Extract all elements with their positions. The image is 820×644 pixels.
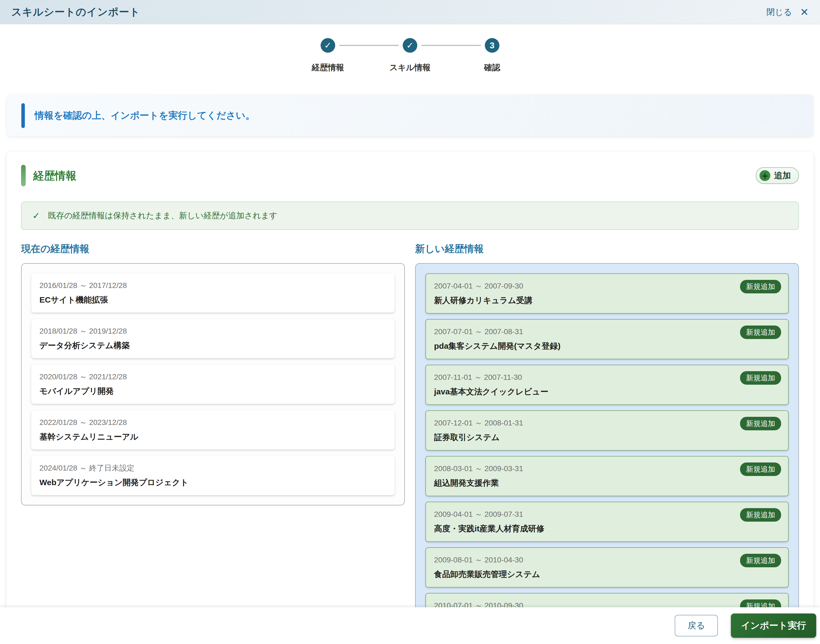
header-actions: 閉じる ✕ (766, 6, 809, 18)
step-state-icon: 3 (485, 38, 500, 53)
history-period: 2020/01/28 ～ 2021/12/28 (40, 372, 386, 382)
history-title: ECサイト機能拡張 (40, 294, 386, 305)
history-period: 2007-07-01 ～ 2007-08-31 (434, 327, 780, 337)
history-card: 2016/01/28 ～ 2017/12/28 ECサイト機能拡張 (31, 273, 395, 313)
new-career-heading: 新しい経歴情報 (415, 242, 799, 256)
page-title: スキルシートのインポート (11, 5, 140, 19)
info-banner-text: 情報を確認の上、インポートを実行してください。 (35, 109, 255, 122)
career-section-header: 経歴情報 ＋ 追加 (21, 165, 799, 186)
current-career-column: 現在の経歴情報 2016/01/28 ～ 2017/12/28 ECサイト機能拡… (21, 242, 405, 644)
history-title: 基幹システムリニューアル (40, 431, 386, 443)
step-state-icon: ✓ (320, 38, 335, 53)
history-period: 2016/01/28 ～ 2017/12/28 (40, 281, 386, 291)
new-badge: 新規追加 (740, 371, 781, 385)
career-confirm-card: 経歴情報 ＋ 追加 ✓ 既存の経歴情報は保持されたまま、新しい経歴が追加されます… (7, 152, 813, 644)
history-title: 高度・実践it産業人材育成研修 (434, 523, 780, 534)
history-period: 2007-04-01 ～ 2007-09-30 (434, 281, 780, 291)
history-period: 2008-03-01 ～ 2009-03-31 (434, 463, 780, 474)
new-badge: 新規追加 (740, 280, 781, 293)
new-history-card: 新規追加 2009-04-01 ～ 2009-07-31 高度・実践it産業人材… (425, 501, 789, 542)
history-title: 証券取引システム (434, 432, 780, 443)
info-banner: 情報を確認の上、インポートを実行してください。 (7, 95, 813, 136)
history-title: 組込開発支援作業 (434, 478, 780, 489)
current-career-list: 2016/01/28 ～ 2017/12/28 ECサイト機能拡張 2018/0… (21, 263, 405, 505)
plus-icon: ＋ (760, 170, 770, 181)
history-period: 2018/01/28 ～ 2019/12/28 (40, 326, 386, 336)
step-state-icon: ✓ (403, 38, 417, 53)
stepper-step: 3 確認 (451, 38, 533, 73)
history-title: データ分析システム構築 (40, 340, 386, 351)
dialog-header: スキルシートのインポート 閉じる ✕ (0, 0, 820, 24)
add-button[interactable]: ＋ 追加 (756, 167, 799, 184)
import-execute-button[interactable]: インポート実行 (731, 613, 816, 638)
retention-notice: ✓ 既存の経歴情報は保持されたまま、新しい経歴が追加されます (21, 201, 799, 230)
new-badge: 新規追加 (740, 463, 781, 476)
new-career-column: 新しい経歴情報 新規追加 2007-04-01 ～ 2007-09-30 新人研… (415, 242, 799, 644)
check-icon: ✓ (32, 210, 40, 221)
action-footer: 戻る インポート実行 (0, 607, 820, 644)
history-title: モバイルアプリ開発 (40, 386, 386, 397)
step-label: 経歴情報 (312, 62, 344, 73)
history-period: 2007-11-01 ～ 2007-11-30 (434, 372, 780, 382)
history-title: pda集客システム開発(マスタ登録) (434, 340, 780, 352)
history-card: 2020/01/28 ～ 2021/12/28 モバイルアプリ開発 (31, 365, 395, 404)
history-title: Webアプリケーション開発プロジェクト (40, 477, 386, 488)
history-period: 2009-08-01 ～ 2010-04-30 (434, 555, 780, 565)
stepper-step: ✓ スキル情報 (369, 38, 451, 73)
history-title: 食品卸売業販売管理システム (434, 569, 780, 580)
new-badge: 新規追加 (740, 417, 781, 430)
new-career-list: 新規追加 2007-04-01 ～ 2007-09-30 新人研修カリキュラム受… (415, 263, 799, 644)
back-button[interactable]: 戻る (675, 615, 718, 636)
section-accent-bar (21, 165, 26, 186)
new-history-card: 新規追加 2007-11-01 ～ 2007-11-30 java基本文法クイッ… (425, 365, 789, 405)
retention-notice-text: 既存の経歴情報は保持されたまま、新しい経歴が追加されます (48, 210, 277, 221)
new-history-card: 新規追加 2007-12-01 ～ 2008-01-31 証券取引システム (425, 410, 789, 451)
new-history-card: 新規追加 2007-04-01 ～ 2007-09-30 新人研修カリキュラム受… (425, 273, 789, 314)
history-card: 2024/01/28 ～ 終了日未設定 Webアプリケーション開発プロジェクト (31, 456, 395, 495)
wizard-stepper: ✓ 経歴情報 ✓ スキル情報 3 確認 (0, 38, 820, 73)
career-section-title-wrap: 経歴情報 (21, 165, 77, 186)
info-accent-bar (21, 103, 25, 128)
stepper-step: ✓ 経歴情報 (287, 38, 369, 73)
close-icon[interactable]: ✕ (800, 7, 809, 17)
history-period: 2022/01/28 ～ 2023/12/28 (40, 417, 386, 428)
history-period: 2024/01/28 ～ 終了日未設定 (40, 463, 386, 473)
history-card: 2018/01/28 ～ 2019/12/28 データ分析システム構築 (31, 319, 395, 358)
new-history-card: 新規追加 2007-07-01 ～ 2007-08-31 pda集客システム開発… (425, 319, 789, 359)
history-title: java基本文法クイックレビュー (434, 386, 780, 397)
new-badge: 新規追加 (740, 508, 781, 521)
career-columns: 現在の経歴情報 2016/01/28 ～ 2017/12/28 ECサイト機能拡… (21, 242, 799, 644)
current-career-heading: 現在の経歴情報 (21, 242, 405, 256)
new-history-card: 新規追加 2008-03-01 ～ 2009-03-31 組込開発支援作業 (425, 456, 789, 496)
history-title: 新人研修カリキュラム受講 (434, 295, 780, 306)
new-history-card: 新規追加 2009-08-01 ～ 2010-04-30 食品卸売業販売管理シス… (425, 547, 789, 587)
new-badge: 新規追加 (740, 554, 781, 567)
step-label: スキル情報 (389, 62, 431, 73)
career-section-title: 経歴情報 (33, 168, 77, 183)
new-badge: 新規追加 (740, 325, 781, 339)
step-label: 確認 (484, 62, 500, 73)
close-button[interactable]: 閉じる (766, 6, 792, 18)
add-button-label: 追加 (774, 170, 791, 181)
history-period: 2009-04-01 ～ 2009-07-31 (434, 509, 780, 520)
history-card: 2022/01/28 ～ 2023/12/28 基幹システムリニューアル (31, 410, 395, 449)
history-period: 2007-12-01 ～ 2008-01-31 (434, 418, 780, 428)
